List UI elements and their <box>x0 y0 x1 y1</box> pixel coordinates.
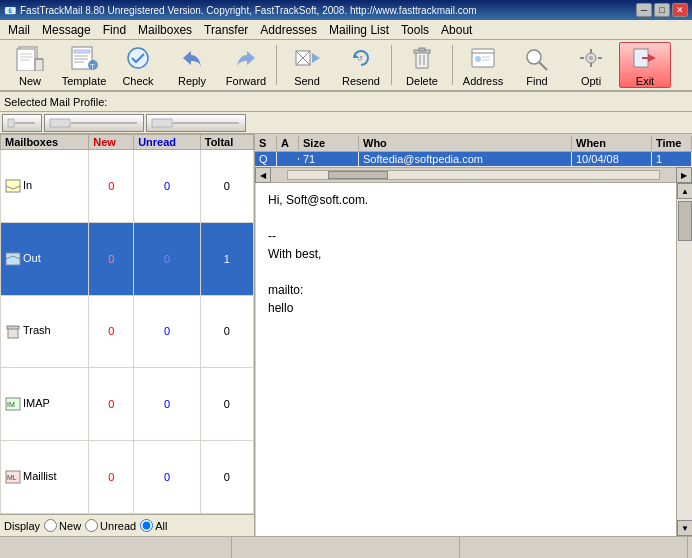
toolbar-exit-label: Exit <box>636 75 654 87</box>
email-col-size: Size <box>299 136 359 150</box>
toolbar-options-label: Opti <box>581 75 601 87</box>
svg-rect-40 <box>50 119 70 127</box>
toolbar2-btn-1[interactable] <box>2 114 42 132</box>
email-cell-s: Q <box>255 152 277 166</box>
h-scroll-left-arrow[interactable]: ◀ <box>255 167 271 183</box>
radio-new-label: New <box>59 520 81 532</box>
svg-rect-47 <box>7 326 19 329</box>
email-col-time: Time <box>652 136 692 150</box>
v-scroll: ▲ ▼ <box>676 183 692 536</box>
v-scroll-up-arrow[interactable]: ▲ <box>677 183 692 199</box>
toolbar-delete-label: Delete <box>406 75 438 87</box>
toolbar-forward-button[interactable]: Forward <box>220 42 272 88</box>
toolbar-separator-3 <box>452 45 453 85</box>
h-scroll[interactable]: ◀ ▶ <box>255 167 692 183</box>
email-cell-time: 1 <box>652 152 692 166</box>
toolbar-reply-button[interactable]: Reply <box>166 42 218 88</box>
menu-item-about[interactable]: About <box>435 21 478 39</box>
mailbox-unread-cell: 0 <box>134 441 201 514</box>
mailbox-name-cell: In <box>1 150 89 223</box>
close-button[interactable]: ✕ <box>672 3 688 17</box>
status-bar <box>0 536 692 558</box>
v-scroll-down-arrow[interactable]: ▼ <box>677 520 692 536</box>
toolbar-template-label: Template <box>62 75 107 87</box>
title-bar: 📧 FastTrackMail 8.80 Unregistered Versio… <box>0 0 692 20</box>
toolbar-find-button[interactable]: Find <box>511 42 563 88</box>
menu-item-mailing-list[interactable]: Mailing List <box>323 21 395 39</box>
email-col-s: S <box>255 136 277 150</box>
toolbar-delete-button[interactable]: Delete <box>396 42 448 88</box>
preview-line <box>268 263 664 281</box>
template-icon: T <box>68 43 100 73</box>
menu-item-find[interactable]: Find <box>97 21 132 39</box>
menu-item-tools[interactable]: Tools <box>395 21 435 39</box>
status-segment-1 <box>4 537 232 558</box>
display-bar: Display New Unread All <box>0 514 254 536</box>
minimize-button[interactable]: ─ <box>636 3 652 17</box>
radio-all-label: All <box>155 520 167 532</box>
maximize-button[interactable]: □ <box>654 3 670 17</box>
app-title: FastTrackMail 8.80 Unregistered Version.… <box>20 5 477 16</box>
find-icon <box>521 43 553 73</box>
mailbox-new-cell: 0 <box>89 441 134 514</box>
h-scroll-track[interactable] <box>287 170 660 180</box>
mailbox-unread-cell: 0 <box>134 222 201 295</box>
preview-line: Hi, Soft@soft.com. <box>268 191 664 209</box>
mailbox-new-cell: 0 <box>89 295 134 368</box>
h-scroll-right-arrow[interactable]: ▶ <box>676 167 692 183</box>
col-header-new: New <box>89 135 134 150</box>
radio-new-input[interactable] <box>44 519 57 532</box>
toolbar2-btn-2[interactable] <box>44 114 144 132</box>
mailbox-name-cell: IMIMAP <box>1 368 89 441</box>
radio-unread-label: Unread <box>100 520 136 532</box>
menu-item-transfer[interactable]: Transfer <box>198 21 254 39</box>
toolbar-resend-button[interactable]: ↺ Resend <box>335 42 387 88</box>
toolbar: New T Template Check <box>0 40 692 92</box>
menu-item-message[interactable]: Message <box>36 21 97 39</box>
svg-rect-44 <box>6 180 20 192</box>
svg-marker-5 <box>35 59 43 71</box>
right-panel: S A Size Who When Time Q 71 Softedia@sof… <box>255 134 692 536</box>
preview-area: Hi, Soft@soft.com. --With best, mailto:h… <box>255 183 692 536</box>
toolbar2-btn-3[interactable] <box>146 114 246 132</box>
mailbox-total-cell: 1 <box>200 222 253 295</box>
radio-unread[interactable]: Unread <box>85 519 136 532</box>
svg-point-26 <box>475 56 481 62</box>
mailbox-table: Mailboxes New Unread Toltal In000Out001T… <box>0 134 254 514</box>
toolbar-options-button[interactable]: Opti <box>565 42 617 88</box>
mailbox-unread-cell: 0 <box>134 295 201 368</box>
v-scroll-track[interactable] <box>677 199 692 520</box>
toolbar-new-button[interactable]: New <box>4 42 56 88</box>
title-bar-title: 📧 FastTrackMail 8.80 Unregistered Versio… <box>4 5 477 16</box>
check-icon <box>122 43 154 73</box>
toolbar-exit-button[interactable]: Exit <box>619 42 671 88</box>
status-segment-2 <box>232 537 460 558</box>
mailbox-row-maillist[interactable]: MLMaillist000 <box>1 441 254 514</box>
toolbar-check-button[interactable]: Check <box>112 42 164 88</box>
radio-all-input[interactable] <box>140 519 153 532</box>
mailbox-row-out[interactable]: Out001 <box>1 222 254 295</box>
mailbox-total-cell: 0 <box>200 150 253 223</box>
svg-point-29 <box>527 50 541 64</box>
menu-item-mail[interactable]: Mail <box>2 21 36 39</box>
radio-new[interactable]: New <box>44 519 81 532</box>
toolbar-send-button[interactable]: Send <box>281 42 333 88</box>
menu-item-mailboxes[interactable]: Mailboxes <box>132 21 198 39</box>
svg-point-14 <box>128 48 148 68</box>
svg-rect-19 <box>416 52 428 68</box>
menu-item-addresses[interactable]: Addresses <box>254 21 323 39</box>
h-scroll-thumb[interactable] <box>328 171 388 179</box>
radio-all[interactable]: All <box>140 519 167 532</box>
toolbar-template-button[interactable]: T Template <box>58 42 110 88</box>
toolbar-new-label: New <box>19 75 41 87</box>
radio-unread-input[interactable] <box>85 519 98 532</box>
toolbar-check-label: Check <box>122 75 153 87</box>
v-scroll-thumb[interactable] <box>678 201 692 241</box>
table-row[interactable]: Q 71 Softedia@softpedia.com 10/04/08 1 <box>255 152 692 167</box>
mailbox-row-trash[interactable]: Trash000 <box>1 295 254 368</box>
mailbox-row-imap[interactable]: IMIMAP000 <box>1 368 254 441</box>
col-header-unread: Unread <box>134 135 201 150</box>
toolbar-address-button[interactable]: Address <box>457 42 509 88</box>
mailbox-row-in[interactable]: In000 <box>1 150 254 223</box>
address-icon <box>467 43 499 73</box>
